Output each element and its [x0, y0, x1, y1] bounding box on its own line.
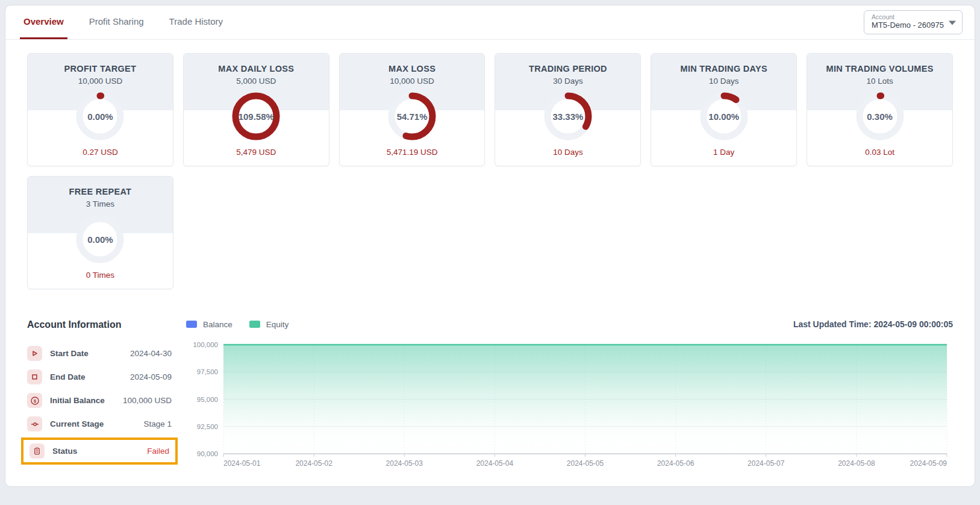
tab-profit-sharing[interactable]: Profit Sharing — [86, 5, 148, 39]
clipboard-icon — [30, 444, 45, 459]
metrics-row-1: PROFIT TARGET 10,000 USD 0.00% 0.27 USD … — [5, 40, 975, 166]
card-title: MIN TRADING VOLUMES — [807, 64, 952, 74]
card-value: 0.03 Lot — [807, 148, 952, 157]
account-selector-value: MT5-Demo - 260975 — [872, 20, 944, 30]
card-min-trading-volumes: MIN TRADING VOLUMES 10 Lots 0.30% 0.03 L… — [807, 53, 953, 166]
card-limit: 10 Days — [651, 77, 796, 86]
gauge-percent: 10.00% — [699, 91, 749, 142]
balance-swatch-icon — [186, 321, 197, 328]
card-value: 0 Times — [28, 271, 173, 280]
svg-text:2024-05-04: 2024-05-04 — [476, 459, 514, 468]
last-updated-time: Last Updated Time: 2024-05-09 00:00:05 — [793, 319, 953, 329]
info-label: End Date — [50, 372, 86, 381]
card-limit: 10 Lots — [807, 77, 952, 86]
svg-text:92,500: 92,500 — [197, 423, 218, 430]
card-limit: 3 Times — [28, 199, 173, 209]
card-value: 5,471.19 USD — [340, 148, 485, 157]
bottom-section: Account Information Start Date 2024-04-3… — [5, 289, 975, 482]
card-max-daily-loss: MAX DAILY LOSS 5,000 USD 109.58% 5,479 U… — [183, 53, 329, 166]
info-value: 2024-05-09 — [130, 372, 172, 381]
info-row-initial-balance: $ Initial Balance 100,000 USD — [27, 393, 172, 408]
svg-text:97,500: 97,500 — [197, 368, 218, 375]
card-limit: 5,000 USD — [184, 77, 329, 86]
tab-overview[interactable]: Overview — [20, 5, 67, 39]
tab-trade-history[interactable]: Trade History — [166, 5, 226, 39]
svg-text:95,000: 95,000 — [197, 396, 218, 403]
svg-text:90,000: 90,000 — [197, 450, 218, 457]
gauge-percent: 0.00% — [75, 214, 125, 265]
chart-section: Balance Equity Last Updated Time: 2024-0… — [186, 319, 953, 482]
legend-label: Equity — [266, 320, 289, 329]
card-title: TRADING PERIOD — [495, 64, 640, 74]
card-value: 1 Day — [651, 148, 796, 157]
card-title: MAX LOSS — [340, 64, 485, 74]
info-label: Start Date — [50, 349, 89, 358]
stage-icon — [27, 416, 42, 431]
progress-gauge: 0.00% — [75, 214, 125, 265]
gauge-percent: 33.33% — [543, 91, 593, 142]
info-value: 2024-04-30 — [130, 349, 172, 358]
card-value: 10 Days — [495, 148, 640, 157]
info-value: 100,000 USD — [123, 396, 172, 405]
legend-item-equity[interactable]: Equity — [249, 320, 289, 329]
legend-item-balance[interactable]: Balance — [186, 320, 233, 329]
progress-gauge: 0.00% — [75, 91, 125, 142]
card-value: 0.27 USD — [28, 148, 173, 157]
svg-text:2024-05-01: 2024-05-01 — [223, 459, 261, 468]
card-limit: 10,000 USD — [340, 77, 485, 86]
card-title: PROFIT TARGET — [28, 64, 173, 74]
progress-gauge: 10.00% — [699, 91, 749, 142]
progress-gauge: 0.30% — [855, 91, 905, 142]
info-label: Status — [52, 447, 77, 456]
chart-legend: Balance Equity — [186, 320, 289, 329]
info-row-status: Status Failed — [30, 444, 169, 459]
play-icon — [27, 346, 42, 361]
gauge-percent: 109.58% — [231, 91, 281, 142]
status-highlight-box: Status Failed — [21, 438, 178, 465]
metrics-row-2: FREE REPEAT 3 Times 0.00% 0 Times — [5, 166, 975, 289]
main-panel: Overview Profit Sharing Trade History Ac… — [5, 5, 975, 487]
gauge-percent: 0.00% — [75, 91, 125, 142]
card-min-trading-days: MIN TRADING DAYS 10 Days 10.00% 1 Day — [651, 53, 797, 166]
card-title: FREE REPEAT — [28, 187, 173, 196]
account-selector-label: Account — [872, 14, 944, 21]
info-label: Initial Balance — [50, 396, 105, 405]
stop-icon — [27, 369, 42, 384]
svg-text:$: $ — [33, 398, 36, 403]
card-trading-period: TRADING PERIOD 30 Days 33.33% 10 Days — [495, 53, 641, 166]
tab-bar: Overview Profit Sharing Trade History Ac… — [5, 5, 975, 40]
progress-gauge: 33.33% — [543, 91, 593, 142]
info-value: Stage 1 — [143, 419, 172, 428]
account-information: Account Information Start Date 2024-04-3… — [27, 319, 172, 482]
status-value: Failed — [147, 447, 169, 456]
balance-equity-chart: 90,00092,50095,00097,500100,0002024-05-0… — [186, 337, 953, 482]
equity-swatch-icon — [249, 321, 260, 328]
svg-text:2024-05-02: 2024-05-02 — [295, 459, 332, 468]
info-row-start-date: Start Date 2024-04-30 — [27, 346, 172, 361]
svg-text:100,000: 100,000 — [193, 341, 218, 348]
svg-text:2024-05-09: 2024-05-09 — [910, 459, 947, 468]
card-max-loss: MAX LOSS 10,000 USD 54.71% 5,471.19 USD — [339, 53, 485, 166]
gauge-percent: 54.71% — [387, 91, 437, 142]
dollar-circle-icon: $ — [27, 393, 42, 408]
card-profit-target: PROFIT TARGET 10,000 USD 0.00% 0.27 USD — [27, 53, 173, 166]
info-label: Current Stage — [50, 419, 104, 428]
info-row-current-stage: Current Stage Stage 1 — [27, 416, 172, 431]
info-row-end-date: End Date 2024-05-09 — [27, 369, 172, 384]
card-free-repeat: FREE REPEAT 3 Times 0.00% 0 Times — [27, 176, 173, 289]
progress-gauge: 54.71% — [387, 91, 437, 142]
svg-text:2024-05-03: 2024-05-03 — [386, 459, 423, 468]
svg-text:2024-05-07: 2024-05-07 — [747, 459, 785, 468]
card-limit: 30 Days — [495, 77, 640, 86]
account-information-title: Account Information — [27, 319, 172, 330]
card-value: 5,479 USD — [184, 148, 329, 157]
caret-down-icon — [949, 21, 956, 25]
card-limit: 10,000 USD — [28, 77, 173, 86]
progress-gauge: 109.58% — [231, 91, 281, 142]
account-selector[interactable]: Account MT5-Demo - 260975 — [864, 10, 963, 35]
card-title: MAX DAILY LOSS — [184, 64, 329, 74]
gauge-percent: 0.30% — [855, 91, 905, 142]
svg-text:2024-05-08: 2024-05-08 — [838, 459, 875, 468]
card-title: MIN TRADING DAYS — [651, 64, 796, 74]
svg-text:2024-05-06: 2024-05-06 — [657, 459, 694, 468]
